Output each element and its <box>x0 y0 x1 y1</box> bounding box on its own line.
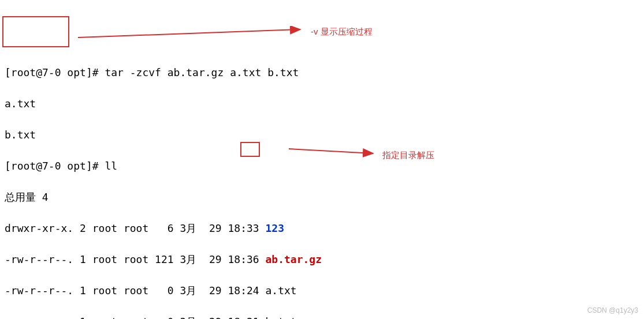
svg-line-1 <box>78 29 300 37</box>
ls-entry: drwxr-xr-x. 2 root root 6 3月 29 18:33 <box>5 222 265 234</box>
annotation-extract-dir: 指定目录解压 <box>382 149 434 162</box>
ls-entry: -rw-r--r--. 1 root root 121 3月 29 18:36 <box>5 253 265 265</box>
annotation-verbose: -v 显示压缩过程 <box>311 25 373 39</box>
command: tar -zcvf ab.tar.gz a.txt b.txt <box>105 66 299 78</box>
terminal-output: a.txt <box>5 96 639 111</box>
highlight-box-verbose-output <box>2 16 69 47</box>
arrow-icon <box>75 26 306 43</box>
prompt: [root@7-0 opt]# <box>5 160 105 172</box>
highlight-box-c-flag <box>240 142 260 157</box>
prompt: [root@7-0 opt]# <box>5 66 105 78</box>
terminal-output: -rw-r--r--. 1 root root 0 3月 29 18:24 a.… <box>5 283 639 298</box>
terminal-line: [root@7-0 opt]# tar -zcvf ab.tar.gz a.tx… <box>5 65 639 80</box>
arrow-icon <box>288 144 377 159</box>
archive-name: ab.tar.gz <box>265 253 322 265</box>
svg-line-3 <box>289 149 373 153</box>
terminal-output: drwxr-xr-x. 2 root root 6 3月 29 18:33 12… <box>5 220 639 236</box>
terminal-output: b.txt <box>5 127 639 142</box>
terminal-output: 总用量 4 <box>5 189 639 205</box>
command: ll <box>105 160 117 172</box>
terminal-line: [root@7-0 opt]# ll <box>5 158 639 174</box>
terminal-output: -rw-r--r--. 1 root root 121 3月 29 18:36 … <box>5 252 639 267</box>
terminal-output: -rw-r--r--. 1 root root 0 3月 29 18:31 b.… <box>5 314 639 319</box>
directory-name: 123 <box>265 222 284 234</box>
watermark: CSDN @q1y2y3 <box>587 305 638 316</box>
